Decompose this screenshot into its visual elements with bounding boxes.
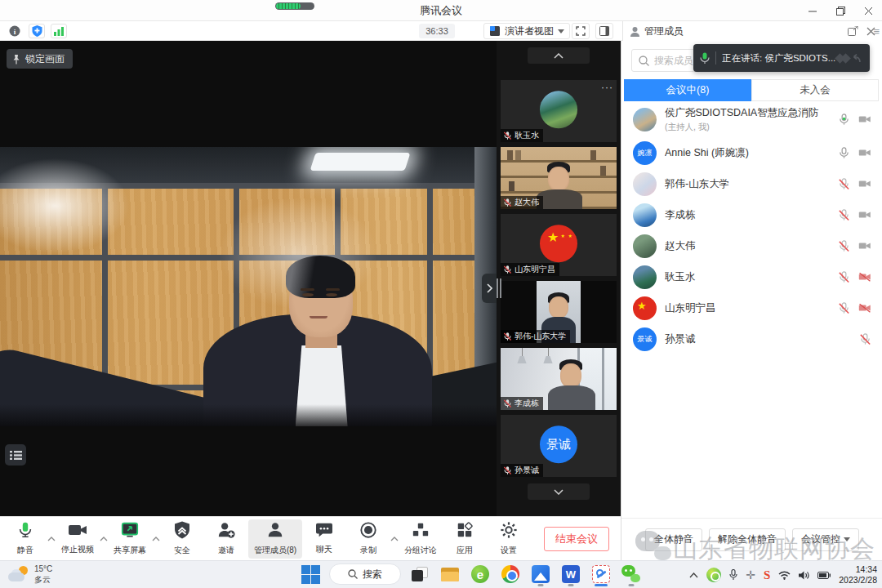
lock-view-button[interactable]: 锁定画面 bbox=[7, 49, 73, 69]
view-mode-dropdown[interactable]: 演讲者视图 bbox=[483, 23, 570, 39]
member-row[interactable]: 赵大伟 bbox=[621, 230, 882, 261]
toolbar-label: 应用 bbox=[457, 545, 473, 556]
taskbar-app-photos[interactable] bbox=[529, 563, 552, 586]
search-icon bbox=[639, 56, 649, 66]
unmute-all-button[interactable]: 解除全体静音 bbox=[709, 528, 786, 551]
stop-video-button[interactable]: 停止视频 bbox=[56, 519, 100, 559]
weather-temp: 15°C bbox=[34, 564, 52, 574]
scroll-thumbnails-down-button[interactable] bbox=[528, 483, 590, 500]
start-button[interactable] bbox=[299, 563, 322, 586]
taskbar-app-wechat[interactable] bbox=[620, 563, 643, 586]
taskbar-app-file-explorer[interactable] bbox=[439, 563, 461, 586]
member-row[interactable]: 景诚孙景诚 bbox=[621, 323, 882, 354]
camera-on-icon bbox=[858, 241, 871, 251]
toolbar-label: 邀请 bbox=[218, 545, 234, 556]
security-shield-icon[interactable] bbox=[29, 24, 45, 38]
meeting-control-button[interactable]: 会议管控 bbox=[792, 528, 859, 551]
participant-thumbnail[interactable]: 郭伟-山东大学 bbox=[501, 281, 617, 343]
tab-in-meeting[interactable]: 会议中(8) bbox=[624, 79, 751, 101]
tray-sogou-icon[interactable]: S bbox=[764, 568, 770, 582]
mic-muted-icon bbox=[503, 265, 512, 274]
settings-button[interactable]: 设置 bbox=[487, 519, 531, 559]
expand-caret-icon bbox=[152, 537, 160, 541]
avatar bbox=[633, 108, 657, 131]
side-panel-toggle-button[interactable] bbox=[595, 23, 613, 39]
network-signal-icon[interactable] bbox=[51, 24, 67, 38]
participant-avatar bbox=[540, 225, 577, 262]
taskbar-app-word[interactable]: W bbox=[559, 563, 582, 586]
maximize-button[interactable] bbox=[826, 0, 854, 21]
share-screen-button[interactable]: 共享屏幕 bbox=[108, 519, 152, 559]
members-icon bbox=[266, 521, 284, 542]
participant-thumbnail[interactable]: ···耿玉水 bbox=[501, 80, 617, 142]
meeting-timer: 36:33 bbox=[419, 24, 455, 38]
taskbar-clock[interactable]: 14:34 2023/2/28 bbox=[839, 564, 877, 586]
member-row[interactable]: 郭伟-山东大学 bbox=[621, 168, 882, 199]
participant-thumbnail-strip: ···耿玉水赵大伟山东明宁昌郭伟-山东大学李成栋景诚孙景诚 bbox=[497, 41, 621, 516]
taskbar-app-chrome[interactable] bbox=[499, 563, 522, 586]
member-row[interactable]: 山东明宁昌 bbox=[621, 292, 882, 323]
mute-button[interactable]: 静音 bbox=[3, 519, 47, 559]
member-row[interactable]: 李成栋 bbox=[621, 199, 882, 230]
screenshot-tool-icon bbox=[592, 565, 610, 583]
close-window-button[interactable] bbox=[854, 0, 882, 21]
breakout-rooms-button[interactable]: 分组讨论 bbox=[399, 519, 443, 559]
tab-not-joined[interactable]: 未入会 bbox=[751, 79, 879, 101]
tray-ime-icon[interactable]: ✛ bbox=[746, 568, 755, 581]
chevron-down-icon bbox=[558, 29, 564, 33]
member-row[interactable]: 耿玉水 bbox=[621, 261, 882, 292]
fullscreen-button[interactable] bbox=[572, 23, 590, 39]
speaking-indicator-text: 正在讲话: 侯广尧SDIOTS... bbox=[722, 52, 835, 65]
layout-list-button[interactable] bbox=[5, 444, 26, 466]
end-meeting-button[interactable]: 结束会议 bbox=[544, 527, 609, 551]
wifi-icon[interactable] bbox=[778, 571, 791, 580]
meeting-info-icon[interactable]: i bbox=[7, 24, 23, 38]
toolbar-label: 安全 bbox=[174, 545, 190, 556]
member-row[interactable]: 婉凛Annie Shi (师婉凛) bbox=[621, 137, 882, 168]
apps-button[interactable]: 应用 bbox=[443, 519, 487, 559]
manage-members-button[interactable]: 管理成员(8) bbox=[248, 519, 302, 559]
participant-thumbnail[interactable]: 景诚孙景诚 bbox=[501, 415, 617, 477]
participant-thumbnail[interactable]: 李成栋 bbox=[501, 348, 617, 410]
participant-thumbnail[interactable]: 山东明宁昌 bbox=[501, 214, 617, 276]
scroll-thumbnails-up-button[interactable] bbox=[528, 47, 590, 64]
mic-muted-icon bbox=[503, 332, 512, 341]
toolbar-label: 录制 bbox=[360, 545, 376, 556]
window-title: 腾讯会议 bbox=[0, 3, 882, 18]
tray-360-icon[interactable] bbox=[706, 568, 721, 582]
security-button[interactable]: 安全 bbox=[160, 519, 204, 559]
lock-view-label: 锁定画面 bbox=[25, 52, 65, 66]
avatar bbox=[633, 172, 657, 196]
invite-button[interactable]: 邀请 bbox=[204, 519, 248, 559]
taskbar-app-task-view[interactable] bbox=[408, 563, 431, 586]
member-row[interactable]: 侯广尧SDIOTSDAIA智慧应急消防(主持人, 我) bbox=[621, 101, 882, 137]
record-button[interactable]: 录制 bbox=[346, 519, 390, 559]
expand-caret-icon bbox=[47, 537, 56, 541]
battery-icon[interactable] bbox=[817, 572, 831, 579]
tray-chevron-up-icon[interactable] bbox=[689, 572, 698, 578]
taskbar-weather-widget[interactable]: 15°C多云 bbox=[8, 564, 52, 585]
taskbar-app-browser-e[interactable]: e bbox=[469, 563, 492, 586]
photos-app-icon bbox=[532, 565, 550, 583]
thumbnail-more-menu[interactable]: ··· bbox=[601, 82, 613, 93]
pin-icon bbox=[11, 54, 21, 65]
thumbnail-name-label: 孙景诚 bbox=[501, 464, 543, 477]
mic-muted-icon bbox=[838, 271, 850, 283]
taskbar-search[interactable]: 搜索 bbox=[329, 564, 401, 585]
main-video-stage[interactable]: 锁定画面 bbox=[0, 41, 497, 516]
strip-resize-grip[interactable] bbox=[497, 278, 501, 298]
panel-scrollbar-handle[interactable]: ≡ bbox=[873, 25, 880, 38]
collapse-strip-handle[interactable] bbox=[482, 274, 497, 303]
mute-all-button[interactable]: 全体静音 bbox=[645, 528, 702, 551]
apps-icon bbox=[456, 521, 474, 542]
volume-icon[interactable] bbox=[799, 571, 809, 580]
file-explorer-icon bbox=[441, 568, 459, 581]
search-icon bbox=[348, 569, 358, 579]
popout-panel-icon[interactable] bbox=[848, 26, 858, 36]
chat-button[interactable]: 聊天 bbox=[302, 519, 346, 559]
minimize-button[interactable] bbox=[799, 0, 826, 21]
participant-thumbnail[interactable]: 赵大伟 bbox=[501, 147, 617, 209]
taskbar-app-snip[interactable] bbox=[590, 563, 612, 586]
tray-mic-icon[interactable] bbox=[729, 569, 737, 581]
member-name: 郭伟-山东大学 bbox=[665, 177, 838, 191]
